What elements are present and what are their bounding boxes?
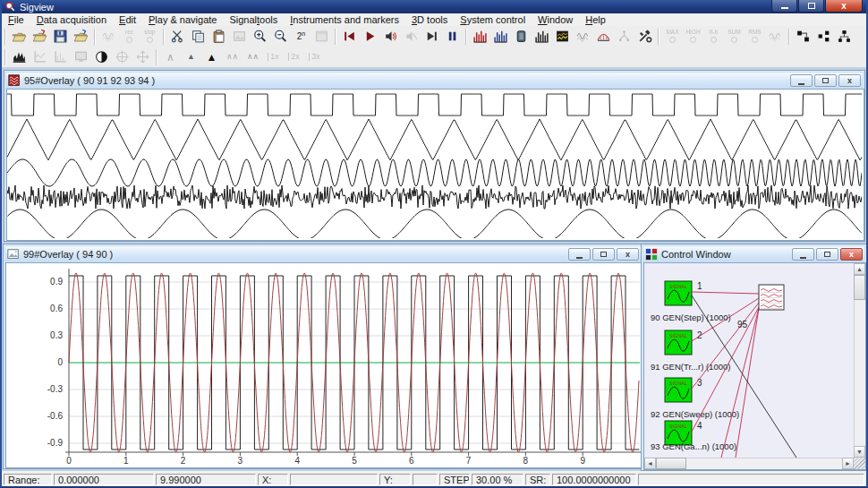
scroll-up-arrow[interactable]: ▲	[854, 263, 865, 275]
paste-icon[interactable]	[209, 28, 228, 46]
play-sound-icon[interactable]	[381, 28, 400, 46]
minimize-button[interactable]	[771, 0, 797, 13]
app-title: Sigview	[20, 2, 54, 13]
signal-block-3[interactable]: SIGNAL	[665, 378, 692, 402]
overlay99-plot[interactable]: 01234567890.90.60.30-0.3-0.6-0.9	[6, 263, 642, 467]
cut-icon[interactable]	[168, 28, 187, 46]
save-icon[interactable]	[51, 28, 70, 46]
play-icon[interactable]	[361, 28, 379, 46]
x-tick-label: 2	[181, 456, 186, 466]
control-vertical-scrollbar[interactable]: ▲ ▼	[854, 263, 865, 458]
block-diagram-icon[interactable]	[814, 28, 833, 46]
next-power-2-icon[interactable]: 2n	[292, 28, 311, 46]
maximize-button[interactable]	[798, 0, 824, 13]
overlay95-maximize-button[interactable]	[814, 74, 837, 87]
open-workspace-icon[interactable]	[72, 28, 90, 46]
y-tick-label: 0	[57, 357, 63, 367]
workspace-tree-icon[interactable]	[835, 28, 854, 46]
svg-text:SIGNAL: SIGNAL	[669, 381, 687, 386]
range-end: 9.990000	[156, 474, 256, 485]
overlay95-icon	[8, 74, 21, 87]
control-minimize-button[interactable]	[792, 248, 814, 261]
overlay95-minimize-button[interactable]	[790, 74, 813, 87]
spectrogram-icon[interactable]	[491, 28, 510, 46]
app-icon	[4, 1, 16, 13]
copy-icon[interactable]	[189, 28, 208, 46]
overlay99-maximize-button[interactable]	[592, 248, 615, 261]
menu-instruments-and-markers[interactable]: Instruments and markers	[284, 13, 405, 26]
block-number: 1	[697, 281, 702, 291]
vertical-scroll-thumb[interactable]	[854, 275, 865, 300]
smoothing-icon[interactable]	[574, 28, 592, 46]
menu-system-control[interactable]: System control	[454, 13, 532, 26]
control-maximize-button[interactable]	[816, 248, 838, 261]
overlay95-close-button[interactable]: x	[838, 74, 861, 87]
menu-3d-tools[interactable]: 3D tools	[405, 13, 454, 26]
stop-icon: stop	[140, 28, 159, 46]
x-tick-label: 3	[238, 456, 243, 466]
peak-detect-3-icon[interactable]: ▲	[202, 48, 221, 66]
menu-window[interactable]: Window	[532, 13, 579, 26]
menu-file[interactable]: File	[2, 13, 30, 26]
marker-rms-icon: RMS	[745, 28, 764, 46]
peak-detect-1-icon[interactable]: ∧	[161, 48, 180, 66]
control-title-bar[interactable]: Control Window x	[643, 246, 864, 262]
fft-settings-icon[interactable]	[532, 28, 551, 46]
overlay99-title-bar[interactable]: 99#Overlay ( 94 90 ) x	[5, 246, 641, 262]
filled-spectrum-icon[interactable]	[10, 48, 29, 66]
zoom-in-icon[interactable]	[251, 28, 269, 46]
signal-92-trace	[7, 159, 862, 186]
control-close-button[interactable]: x	[840, 248, 863, 261]
overlay95-title-bar[interactable]: 95#Overlay ( 90 91 92 93 94 ) x	[6, 73, 863, 89]
menu-help[interactable]: Help	[579, 13, 612, 26]
y-tick-label: -0.3	[47, 384, 64, 394]
peak-detect-5-icon[interactable]: ∧∧	[243, 48, 262, 66]
open-signal-file-icon[interactable]	[30, 28, 49, 46]
invert-colors-icon[interactable]	[92, 48, 111, 66]
overlay99-minimize-button[interactable]	[568, 248, 591, 261]
control-horizontal-scrollbar[interactable]: ◄ ►	[644, 458, 854, 469]
x-tick-label: 6	[409, 456, 414, 466]
play-from-start-icon[interactable]	[340, 28, 359, 46]
menu-data-acquisition[interactable]: Data acquisition	[30, 13, 113, 26]
scroll-left-arrow[interactable]: ◄	[644, 458, 656, 469]
menu-edit[interactable]: Edit	[113, 13, 142, 26]
pause-icon[interactable]	[443, 28, 462, 46]
block-number: 2	[697, 330, 702, 340]
horizontal-scroll-thumb[interactable]	[656, 458, 686, 469]
menu-bar: FileData acquisitionEditPlay & navigateS…	[2, 13, 866, 27]
zoom-out-icon[interactable]	[271, 28, 290, 46]
signal-block-1[interactable]: SIGNAL	[665, 281, 692, 305]
scroll-right-arrow[interactable]: ►	[842, 458, 854, 469]
open-file-icon[interactable]	[10, 28, 29, 46]
overlay99-close-button[interactable]: x	[617, 248, 639, 261]
signal-block-2[interactable]: SIGNAL	[665, 330, 692, 355]
menu-signal-tools[interactable]: Signal tools	[223, 13, 284, 26]
peak-detect-2-icon[interactable]: ▲	[182, 48, 200, 66]
resize-grip[interactable]	[854, 458, 865, 469]
play-to-end-icon[interactable]	[422, 28, 441, 46]
overlay95-waveform-display[interactable]	[7, 90, 862, 238]
control-diagram[interactable]: SIGNAL190 GEN(Step) (1000)SIGNAL291 GEN(…	[644, 263, 854, 458]
scroll-down-arrow[interactable]: ▼	[854, 446, 865, 458]
status-extra	[638, 474, 864, 485]
new-control-window-icon[interactable]	[794, 28, 813, 46]
signal-94-trace	[7, 210, 862, 238]
menu-play-navigate[interactable]: Play & navigate	[142, 13, 223, 26]
bar-style-icon	[51, 48, 70, 66]
x-tick-label: 9	[580, 456, 585, 466]
copy-image-icon	[230, 28, 249, 46]
filter-icon[interactable]	[512, 28, 531, 46]
waterfall-icon[interactable]	[553, 28, 572, 46]
zoom-2x-icon: 2x	[285, 48, 303, 66]
status-bar: Range:0.0000009.990000X:Y:STEP30.00 %SR:…	[2, 473, 866, 486]
control-window-title: Control Window	[661, 249, 731, 260]
y-tick-label: -0.9	[47, 438, 64, 448]
fft-icon[interactable]	[471, 28, 489, 46]
tools-icon[interactable]	[635, 28, 654, 46]
peak-detect-4-icon[interactable]: ∧∧	[223, 48, 242, 66]
close-button[interactable]: x	[825, 0, 863, 13]
overlay-node-95[interactable]	[759, 285, 784, 310]
overlay99-body: 01234567890.90.60.30-0.3-0.6-0.9	[5, 262, 642, 468]
band-analysis-icon[interactable]	[594, 28, 613, 46]
